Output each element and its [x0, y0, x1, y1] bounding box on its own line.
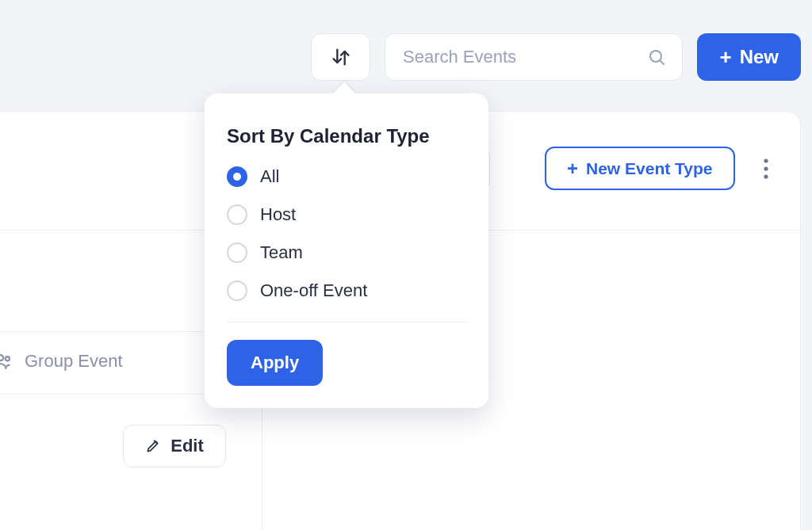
search-field[interactable]	[385, 33, 683, 81]
radio-icon	[227, 280, 247, 301]
sort-button[interactable]	[311, 33, 370, 81]
sort-popover-title: Sort By Calendar Type	[227, 125, 466, 147]
divider	[227, 322, 466, 322]
new-event-type-button[interactable]: + New Event Type	[545, 147, 735, 190]
radio-icon	[227, 242, 247, 263]
group-event-label: Group Event	[25, 351, 123, 372]
more-menu-button[interactable]	[754, 153, 778, 185]
search-input[interactable]	[401, 46, 636, 68]
group-icon	[0, 351, 13, 372]
edit-button-label: Edit	[170, 436, 204, 456]
new-button-label: New	[740, 46, 779, 68]
svg-point-5	[0, 355, 3, 360]
radio-label: One-off Event	[260, 280, 367, 301]
pencil-icon	[145, 438, 161, 454]
radio-label: Team	[260, 242, 303, 263]
edit-button[interactable]: Edit	[123, 425, 226, 467]
new-button[interactable]: + New	[697, 33, 801, 81]
new-event-type-label: New Event Type	[586, 159, 713, 178]
apply-button-label: Apply	[251, 353, 299, 372]
search-icon	[647, 48, 666, 67]
svg-point-3	[764, 166, 768, 170]
apply-button[interactable]: Apply	[227, 340, 323, 386]
sort-options-list: All Host Team One-off Event	[227, 166, 466, 301]
radio-label: Host	[260, 204, 296, 225]
svg-point-2	[764, 158, 768, 162]
sort-icon	[330, 46, 352, 68]
svg-point-4	[764, 174, 768, 178]
sort-option-team[interactable]: Team	[227, 242, 466, 263]
radio-icon	[227, 204, 247, 225]
more-vertical-icon	[764, 158, 768, 179]
sort-option-all[interactable]: All	[227, 166, 466, 187]
radio-icon	[227, 166, 247, 187]
svg-point-6	[6, 357, 10, 360]
svg-line-1	[661, 61, 665, 65]
radio-label: All	[260, 166, 279, 187]
top-bar: + New	[0, 33, 812, 81]
plus-icon: +	[567, 159, 578, 178]
sort-popover: Sort By Calendar Type All Host Team One-…	[205, 93, 488, 408]
plus-icon: +	[719, 47, 731, 67]
sort-option-one-off[interactable]: One-off Event	[227, 280, 466, 301]
sort-option-host[interactable]: Host	[227, 204, 466, 225]
